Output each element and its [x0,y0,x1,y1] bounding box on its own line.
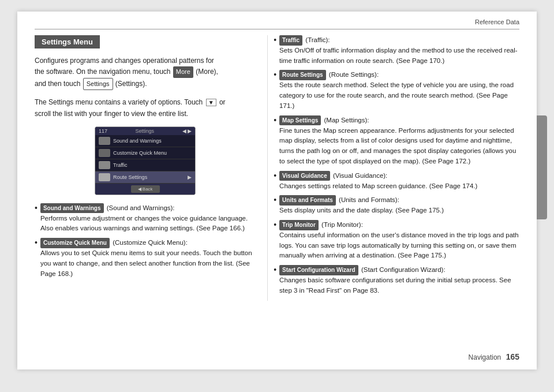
menu-text-1: Sound and Warnings [113,138,162,144]
intro-paragraph2: The Settings menu contains a variety of … [35,97,256,119]
bullet-dot-route: • [274,70,276,111]
tag-wizard: Start Configuration Wizard [279,265,358,275]
intro-line2: the software. On the navigation menu, to… [35,68,170,76]
device-screen: 117 Settings ◀ ▶ Sound and Warnings Cust… [95,126,196,195]
bullet-dot-trip: • [274,220,276,261]
bullet-content-1: Sound and Warnings (Sound and Warnings):… [40,203,256,234]
intro-line4: and then touch [35,80,80,88]
para2-text2: or [219,98,226,106]
bullet-content-2: Customize Quick Menu (Customize Quick Me… [40,238,256,279]
tag-traffic: Traffic [279,35,302,46]
bullet-item-wizard: • Start Configuration Wizard (Start Conf… [274,265,519,296]
screen-back-button: ◀ Back [131,185,160,193]
bullet-item-map: • Map Settings (Map Settings):Fine tunes… [274,115,519,167]
page-footer: Navigation 165 [469,352,519,361]
left-column: Settings Menu Configures programs and ch… [35,35,267,301]
menu-icon-1 [99,137,110,145]
page-header: Reference Data [35,12,519,29]
screen-menu-item-3: Traffic [95,159,195,171]
page-number: 165 [506,352,519,361]
right-column: • Traffic (Traffic):Sets On/Off of traff… [267,35,519,301]
left-bullets: • Sound and Warnings (Sound and Warnings… [35,203,256,279]
bullet-content-traffic: Traffic (Traffic):Sets On/Off of traffic… [279,35,519,66]
bullet-dot-traffic: • [274,35,276,66]
bullet-item-visual: • Visual Guidance (Visual Guidance):Chan… [274,171,519,192]
intro-line5: (Settings). [115,80,147,88]
screen-header-title: Settings [136,128,155,134]
bullet-item-customize: • Customize Quick Menu (Customize Quick … [35,238,256,279]
header-title: Reference Data [475,18,519,25]
intro-line3: (More), [196,68,218,76]
footer-label: Navigation [469,353,501,361]
bullet-item-sound: • Sound and Warnings (Sound and Warnings… [35,203,256,234]
bullet-content-wizard: Start Configuration Wizard (Start Config… [279,265,519,296]
bullet-item-traffic: • Traffic (Traffic):Sets On/Off of traff… [274,35,519,66]
bullet-dot-units: • [274,195,276,216]
section-title: Settings Menu [35,35,100,48]
tag-trip: Trip Monitor [279,220,319,230]
bullet-dot-wizard: • [274,265,276,296]
bullet-item-units: • Units and Formats (Units and Formats):… [274,195,519,216]
bullet-dot-1: • [35,203,38,234]
side-tab [537,115,547,219]
right-bullets: • Traffic (Traffic):Sets On/Off of traff… [274,35,519,296]
bullet-item-route: • Route Settings (Route Settings):Sets t… [274,70,519,111]
bullet-text-traffic: (Traffic):Sets On/Off of traffic informa… [279,36,518,64]
screen-header-left: 117 [99,128,107,134]
intro-paragraph: Configures programs and changes operatio… [35,55,256,90]
screen-menu-item-4: Route Settings ▶ [95,171,195,184]
bullet-dot-map: • [274,115,276,167]
bullet-content-route: Route Settings (Route Settings):Sets the… [279,70,519,111]
menu-text-3: Traffic [113,162,128,168]
tag-visual: Visual Guidance [279,171,330,181]
menu-arrow-4: ▶ [188,174,192,180]
bullet-item-trip: • Trip Monitor (Trip Monitor):Contains u… [274,220,519,261]
tag-units: Units and Formats [279,195,336,206]
tag-route: Route Settings [279,70,326,80]
screen-header: 117 Settings ◀ ▶ [95,127,195,135]
settings-button-label: Settings [83,78,113,91]
para2-text3: scroll the list with your finger to view… [35,110,188,118]
tag-map: Map Settings [279,115,321,126]
screen-menu-item-2: Customize Quick Menu [95,147,195,159]
menu-text-4: Route Settings [113,174,147,180]
para2-icon: ▼ [206,99,216,106]
tag-customize: Customize Quick Menu [40,238,110,248]
screen-back-area: ◀ Back [95,184,195,195]
bullet-dot-2: • [35,238,38,279]
intro-line1: Configures programs and changes operatio… [35,57,214,65]
tag-sound: Sound and Warnings [40,203,104,214]
menu-icon-2 [99,149,110,157]
screen-header-right: ◀ ▶ [182,128,192,134]
screen-menu-item-1: Sound and Warnings [95,135,195,147]
bullet-content-visual: Visual Guidance (Visual Guidance):Change… [279,171,477,192]
para2-text1: The Settings menu contains a variety of … [35,98,203,106]
menu-icon-4 [99,173,110,181]
bullet-content-map: Map Settings (Map Settings):Fine tunes t… [279,115,519,167]
bullet-content-units: Units and Formats (Units and Formats):Se… [279,195,444,216]
menu-text-2: Customize Quick Menu [113,150,167,156]
more-button-label: More [173,66,193,78]
bullet-dot-visual: • [274,171,276,192]
menu-icon-3 [99,161,110,169]
bullet-content-trip: Trip Monitor (Trip Monitor):Contains use… [279,220,519,261]
